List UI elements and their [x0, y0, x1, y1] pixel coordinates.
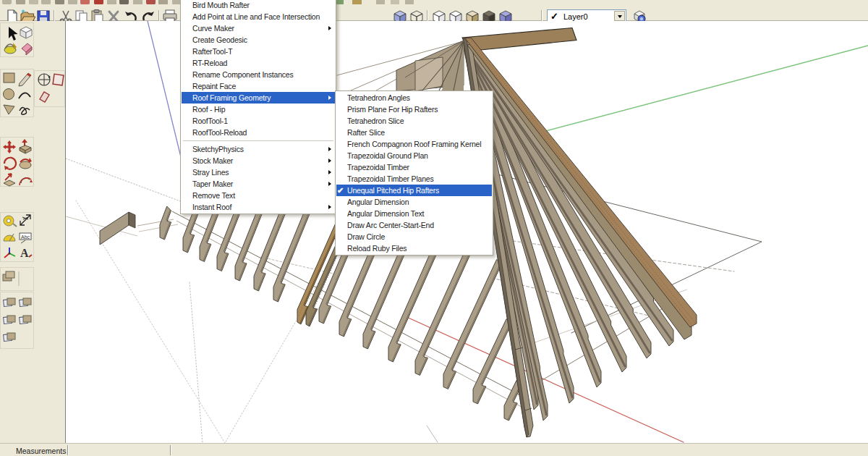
svg-text:A: A	[20, 247, 29, 259]
svg-text:Abc: Abc	[21, 235, 30, 240]
